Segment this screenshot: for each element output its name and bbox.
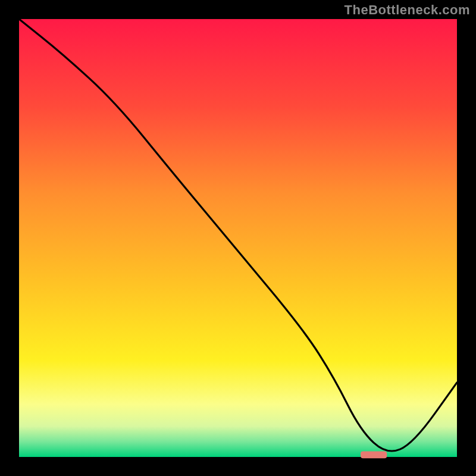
bottleneck-chart <box>0 0 476 476</box>
chart-frame: TheBottleneck.com <box>0 0 476 476</box>
optimum-marker <box>361 451 387 458</box>
plot-background <box>19 19 457 457</box>
watermark-text: TheBottleneck.com <box>345 2 470 18</box>
